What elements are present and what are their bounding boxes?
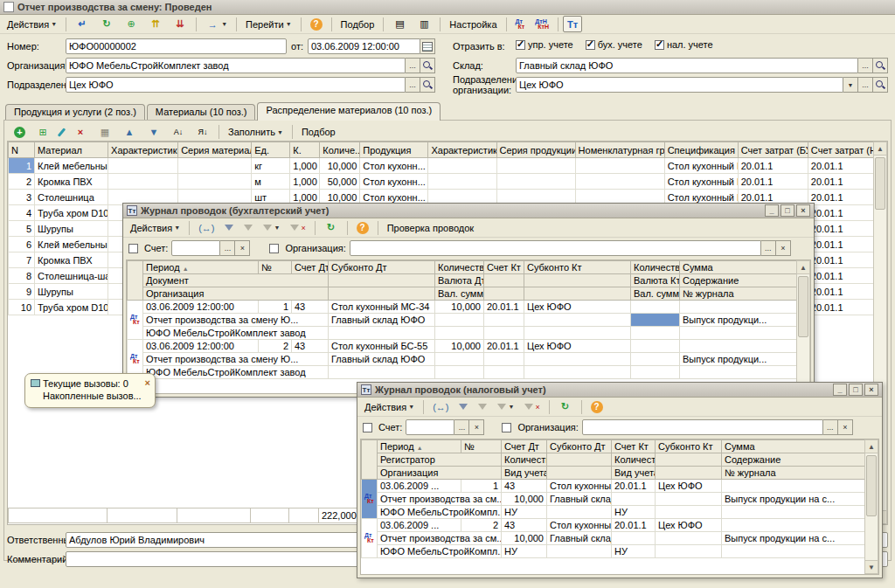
maximize-button[interactable]: □ [781,204,794,217]
scroll-thumb[interactable] [798,276,808,337]
fill-menu-button[interactable]: Заполнить ▼ [224,124,288,141]
posting-row[interactable]: Отчет производства за смену Ю... Главный… [128,353,797,366]
close-button[interactable]: × [796,204,810,217]
help-button[interactable]: ? [352,219,373,236]
journal-bu-scrollbar[interactable]: ▲ [796,260,810,393]
org-department-field[interactable]: Цех ЮФО ▼ ... [516,77,888,93]
org-ellipsis-button[interactable]: ... [406,58,420,73]
scroll-up-icon[interactable]: ▲ [865,440,878,453]
posting-row[interactable]: Отчет производства за смену Ю... Главный… [128,314,797,327]
account-clear-button[interactable]: × [469,419,484,435]
settings-button[interactable]: Настройка [445,16,501,32]
org-dept-open-button[interactable] [873,77,888,93]
org-open-button[interactable] [420,58,435,73]
scroll-up-icon[interactable]: ▲ [797,261,809,274]
set-filter-button[interactable] [220,219,238,236]
table-row[interactable]: 2Кромка ПВХм1,00050,000Стол кухонн...Сто… [9,174,875,190]
check-postings-button[interactable]: Проверка проводок [383,219,478,236]
dtkt-tax-button[interactable]: ДтНКтН [531,16,553,32]
scroll-thumb[interactable] [866,455,877,516]
filter-by-value-button[interactable] [239,219,257,236]
actions-menu-button[interactable]: Действия ▼ [126,219,184,236]
date-field[interactable]: 03.06.2009 12:00:00 [308,38,435,54]
scroll-down-icon[interactable]: ▼ [865,560,878,573]
sort-desc-button[interactable]: Я↓ [191,124,214,141]
refresh-button[interactable]: ↻ [320,219,343,236]
org-ellipsis-button[interactable]: ... [823,419,838,435]
selected-cell[interactable] [631,314,680,327]
warehouse-open-button[interactable] [873,58,888,73]
account-ellipsis-button[interactable]: ... [454,419,469,435]
org-filter-field[interactable]: ...× [582,419,853,435]
end-edit-button[interactable]: ▦ [94,124,116,141]
delete-row-button[interactable]: × [69,124,92,141]
journal-nu-scrollbar[interactable]: ▲ ▼ [864,439,878,574]
account-filter-checkbox[interactable] [128,244,138,253]
copy-document-button[interactable]: ⊕ [120,16,142,32]
taccount-toggle-button[interactable]: Тт [563,16,582,32]
org-dept-dropdown-button[interactable]: ▼ [843,77,858,93]
filter-by-value-button[interactable] [474,398,491,415]
tax-accounting-checkbox[interactable]: нал. учете [655,39,713,50]
grid-selection-button[interactable]: Подбор [297,124,340,141]
filter-history-button[interactable]: ▼ [259,219,284,236]
posting-row[interactable]: ЮФО МебельСтройКомплект завод [128,366,797,379]
post-button[interactable]: ⇈ [144,16,167,32]
dtkt-accounting-button[interactable]: ДтКт [511,16,530,32]
org-filter-field[interactable]: ...× [350,240,791,256]
goto-menu-button[interactable]: Перейти ▼ [241,16,296,32]
journal-bu-titlebar[interactable]: Тт Журнал проводок (бухгалтерский учет) … [123,204,814,218]
help-button[interactable]: ? [306,16,327,32]
close-button[interactable]: × [864,384,878,396]
dept-open-button[interactable] [420,77,435,93]
main-titlebar[interactable]: Отчет производства за смену: Проведен [0,0,895,15]
account-filter-field[interactable]: ...× [406,419,484,435]
interval-button[interactable]: (↔) [194,219,219,236]
org-filter-checkbox[interactable] [269,244,279,253]
scroll-up-icon[interactable]: ▲ [874,142,886,156]
scroll-thumb[interactable] [875,157,885,210]
structure-button[interactable]: ▤ [388,16,411,32]
account-filter-checkbox[interactable] [363,423,372,432]
org-dept-ellipsis-button[interactable]: ... [858,77,873,93]
tab-products-services[interactable]: Продукция и услуги (2 поз.) [5,104,145,121]
number-field[interactable]: ЮФО00000002 [66,38,287,54]
posting-row[interactable]: ЮФО МебельСтройКомплект завод [128,327,797,340]
clear-filter-button[interactable]: × [286,219,309,236]
account-filter-field[interactable]: ...× [171,240,250,256]
dept-ellipsis-button[interactable]: ... [406,77,420,93]
filter-history-button[interactable]: ▼ [493,398,518,415]
organization-field[interactable]: ЮФО МебельСтройКомплект завод ... [66,58,435,73]
posting-row[interactable]: ДтКт 03.06.2009 ... 1 43 Стол кухонный М… [362,480,867,493]
posting-row[interactable]: ДтКт 03.06.2009 12:00:00 2 43 Стол кухон… [128,340,797,353]
tooltip-close-icon[interactable]: × [145,377,150,389]
add-copy-row-button[interactable]: ⊞ [31,124,54,141]
reread-button[interactable]: ↻ [95,16,118,32]
posting-row[interactable]: Отчет производства за см... 10,000 Главн… [362,532,867,545]
minimize-button[interactable]: _ [765,204,779,217]
move-up-button[interactable]: ▲ [118,124,141,141]
list-settings-button[interactable]: ▥ [413,16,435,32]
actions-menu-button[interactable]: Действия ▼ [360,398,419,415]
book-accounting-checkbox[interactable]: бух. учете [586,39,642,50]
edit-row-button[interactable] [56,124,67,141]
account-ellipsis-button[interactable]: ... [220,240,235,256]
unpost-button[interactable]: ⇊ [169,16,191,32]
warehouse-field[interactable]: Главный склад ЮФО ... [516,58,888,73]
save-button[interactable]: ↵ [71,16,94,32]
set-filter-button[interactable] [454,398,472,415]
maximize-button[interactable]: □ [849,384,863,396]
move-down-button[interactable]: ▼ [142,124,165,141]
org-clear-button[interactable]: × [776,240,791,256]
actions-menu-button[interactable]: Действия ▼ [3,16,61,32]
add-row-button[interactable]: + [10,124,30,141]
posting-row[interactable]: Отчет производства за см... 10,000 Главн… [362,493,867,506]
org-ellipsis-button[interactable]: ... [761,240,776,256]
posting-row[interactable]: ЮФО МебельСтройКомпл... НУ НУ [362,506,867,519]
managerial-accounting-checkbox[interactable]: упр. учете [516,39,573,50]
department-field[interactable]: Цех ЮФО ... [66,77,435,93]
posting-row[interactable]: ДтКт 03.06.2009 12:00:00 1 43 Стол кухон… [128,301,797,314]
calendar-button[interactable] [420,38,435,54]
account-clear-button[interactable]: × [235,240,250,256]
posting-row[interactable]: ДтКт 03.06.2009 ... 2 43 Стол кухонный Б… [362,519,867,532]
